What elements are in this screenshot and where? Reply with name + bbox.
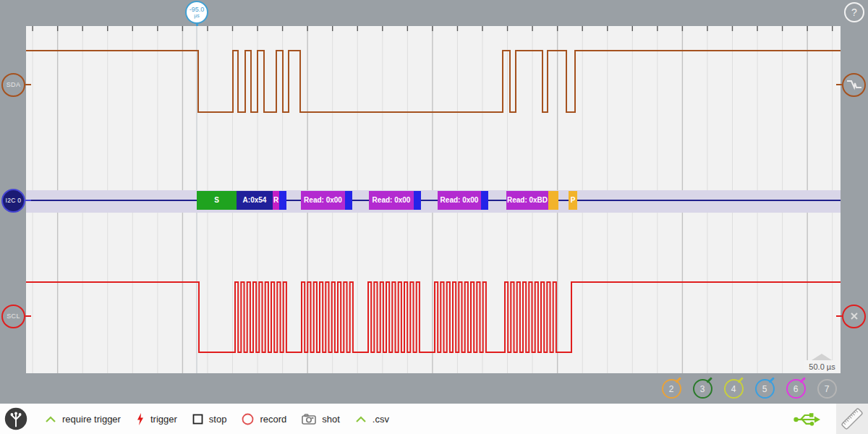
toolbar-item-label: stop xyxy=(209,414,227,425)
toolbar-item--csv[interactable]: .csv xyxy=(355,414,389,425)
stop-square-icon xyxy=(192,414,203,425)
bottom-toolbar: require triggertriggerstoprecordshot.csv xyxy=(0,404,868,434)
i2c-decoder-band xyxy=(26,190,841,213)
channel-label-scl: SCL xyxy=(7,312,20,320)
acquisition-slot-2[interactable]: 2 xyxy=(662,379,681,399)
channel-chip-sda[interactable]: SDA xyxy=(1,73,25,97)
trigger-indicator-scl[interactable] xyxy=(842,305,866,328)
trigger-time-value: -95.0 xyxy=(190,7,205,13)
acquisition-number: 4 xyxy=(731,384,736,394)
i2c-packet: Read: 0x00 xyxy=(301,191,345,210)
toolbar-item-label: require trigger xyxy=(62,414,121,425)
acquisition-slot-6[interactable]: 6 xyxy=(786,379,806,399)
trigger-time-marker[interactable]: -95.0 µs xyxy=(185,1,208,24)
toolbar-item-trigger[interactable]: trigger xyxy=(136,413,177,425)
i2c-ack-flag xyxy=(481,191,488,210)
logic-analyzer-app: SA:0x54RRead: 0x00Read: 0x00Read: 0x00Re… xyxy=(0,0,868,434)
toolbar-item-record[interactable]: record xyxy=(242,413,286,425)
trigger-marker-pointer xyxy=(196,23,198,26)
i2c-ack-flag xyxy=(414,191,421,210)
plot-canvas[interactable] xyxy=(0,0,868,434)
i2c-packet: S xyxy=(197,191,237,210)
decoder-label: I2C 0 xyxy=(6,197,22,204)
timebase-pointer xyxy=(812,354,832,360)
toolbar-item-label: .csv xyxy=(373,414,389,425)
channel-chip-scl[interactable]: SCL xyxy=(1,305,25,328)
app-logo-button[interactable] xyxy=(4,407,27,430)
acquisition-slot-7[interactable]: 7 xyxy=(817,379,837,399)
i2c-packet: P xyxy=(569,191,577,210)
toolbar-item-shot[interactable]: shot xyxy=(302,414,340,425)
acquisition-slot-4[interactable]: 4 xyxy=(724,379,744,399)
acquisition-number: 3 xyxy=(700,384,705,394)
timebase-label: 50.0 µs xyxy=(804,360,840,373)
x-icon xyxy=(849,311,859,321)
help-label: ? xyxy=(851,7,857,18)
i2c-packet: R xyxy=(273,191,279,210)
i2c-ack-flag xyxy=(548,191,558,210)
acquisition-slot-5[interactable]: 5 xyxy=(755,379,775,399)
i2c-packet: A:0x54 xyxy=(237,191,273,210)
ruler-button[interactable] xyxy=(836,404,868,434)
acquisition-number: 5 xyxy=(762,384,767,394)
trigger-indicator-sda[interactable] xyxy=(842,73,866,97)
i2c-packet: Read: 0xBD xyxy=(506,191,548,210)
i2c-ack-flag xyxy=(279,191,286,210)
help-button[interactable]: ? xyxy=(844,2,864,22)
usb-status-icon[interactable] xyxy=(793,412,822,427)
chevron-up-icon xyxy=(355,415,367,423)
lightning-bolt-icon xyxy=(136,413,145,425)
ruler-icon xyxy=(839,406,865,432)
toolbar-item-require-trigger[interactable]: require trigger xyxy=(45,414,121,425)
chevron-up-icon xyxy=(45,415,56,423)
i2c-packet: Read: 0x00 xyxy=(369,191,414,210)
record-circle-icon xyxy=(242,413,254,425)
decoder-chip-i2c[interactable]: I2C 0 xyxy=(1,189,25,213)
acquisition-number: 7 xyxy=(825,384,830,394)
acquisition-slot-3[interactable]: 3 xyxy=(693,379,712,399)
toolbar-item-stop[interactable]: stop xyxy=(192,414,227,425)
toolbar-item-label: trigger xyxy=(150,414,177,425)
camera-icon xyxy=(302,414,316,425)
trigger-time-unit: µs xyxy=(194,13,200,19)
i2c-packet: Read: 0x00 xyxy=(438,191,481,210)
acquisition-number: 2 xyxy=(669,384,674,394)
falling-edge-icon xyxy=(846,78,863,91)
channel-label-sda: SDA xyxy=(7,81,20,88)
toolbar-item-label: shot xyxy=(322,414,340,425)
toolbar-items: require triggertriggerstoprecordshot.csv xyxy=(45,413,389,425)
acquisition-number: 6 xyxy=(793,384,799,394)
i2c-ack-flag xyxy=(345,191,352,210)
toolbar-item-label: record xyxy=(260,414,286,425)
